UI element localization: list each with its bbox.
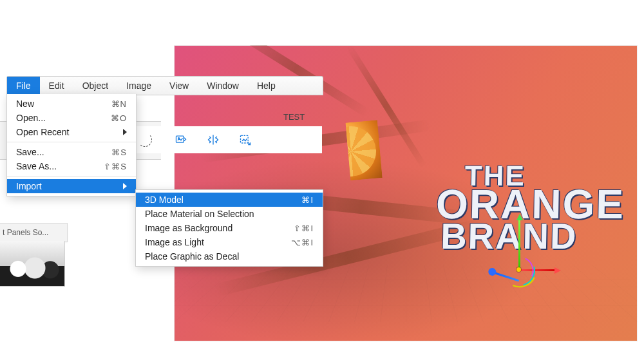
menu-item-label: Open Recent	[16, 127, 70, 137]
submenu-arrow-icon	[123, 183, 127, 189]
import-3d-model[interactable]: 3D Model ⌘I	[136, 193, 323, 207]
menu-item-label: Import	[16, 181, 42, 191]
menu-separator	[7, 142, 136, 142]
file-menu-dropdown[interactable]: New ⌘N Open... ⌘O Open Recent Save... ⌘S…	[6, 94, 137, 196]
file-menu-save-as[interactable]: Save As... ⇧⌘S	[7, 159, 136, 173]
logo-line-3: BRAND	[440, 222, 625, 251]
menu-object[interactable]: Object	[73, 77, 117, 95]
ground-grid	[174, 265, 638, 322]
menu-separator	[7, 176, 136, 176]
selection-marquee-icon[interactable]	[138, 133, 152, 147]
secondary-toolbar	[135, 126, 322, 153]
file-menu-open[interactable]: Open... ⌘O	[7, 111, 136, 125]
menu-item-label: Save...	[16, 147, 44, 157]
image-fit-icon[interactable]	[174, 133, 188, 147]
menu-item-label: Place Graphic as Decal	[145, 251, 239, 262]
menu-bar[interactable]: File Edit Object Image View Window Help	[6, 76, 323, 95]
menu-item-label: Open...	[16, 113, 46, 123]
file-menu-import[interactable]: Import	[7, 179, 136, 193]
menu-item-label: Place Material on Selection	[145, 209, 254, 219]
submenu-arrow-icon	[123, 129, 127, 135]
menu-item-label: 3D Model	[145, 195, 184, 205]
panel-tab-truncated[interactable]: t Panels So...	[0, 223, 68, 242]
panel-tab-label: t Panels So...	[3, 228, 48, 237]
menu-item-shortcut: ⌘I	[301, 195, 314, 205]
decal-place-icon[interactable]	[238, 133, 252, 147]
menu-item-label: Image as Background	[145, 223, 232, 233]
import-submenu[interactable]: 3D Model ⌘I Place Material on Selection …	[135, 189, 323, 267]
menu-item-shortcut: ⌥⌘I	[291, 238, 314, 247]
menu-file[interactable]: File	[7, 77, 40, 95]
file-menu-open-recent[interactable]: Open Recent	[7, 125, 136, 139]
menu-view[interactable]: View	[160, 77, 198, 95]
import-place-material[interactable]: Place Material on Selection	[136, 207, 323, 221]
import-image-light[interactable]: Image as Light ⌥⌘I	[136, 235, 323, 249]
import-image-background[interactable]: Image as Background ⇧⌘I	[136, 221, 323, 235]
file-menu-save[interactable]: Save... ⌘S	[7, 145, 136, 159]
import-place-decal[interactable]: Place Graphic as Decal	[136, 249, 323, 263]
menu-item-label: New	[16, 99, 34, 109]
menu-edit[interactable]: Edit	[40, 77, 73, 95]
material-thumbnail[interactable]	[0, 241, 65, 287]
symmetry-icon[interactable]	[206, 133, 220, 147]
menu-image[interactable]: Image	[117, 77, 160, 95]
logo-3d-text[interactable]: THE ORANGE BRAND	[435, 164, 625, 251]
menu-item-shortcut: ⇧⌘S	[104, 162, 127, 171]
menu-item-label: Save As...	[16, 161, 57, 171]
menu-item-shortcut: ⌘O	[111, 113, 127, 123]
svg-point-1	[178, 138, 180, 139]
menu-window[interactable]: Window	[198, 77, 248, 95]
orange-slice	[319, 120, 383, 183]
file-menu-new[interactable]: New ⌘N	[7, 97, 136, 111]
menu-item-shortcut: ⌘S	[111, 148, 127, 157]
menu-item-shortcut: ⌘N	[111, 99, 127, 109]
menu-item-label: Image as Light	[145, 237, 204, 247]
menu-help[interactable]: Help	[248, 77, 285, 95]
document-title: TEST	[283, 112, 305, 122]
menu-item-shortcut: ⇧⌘I	[294, 224, 314, 233]
